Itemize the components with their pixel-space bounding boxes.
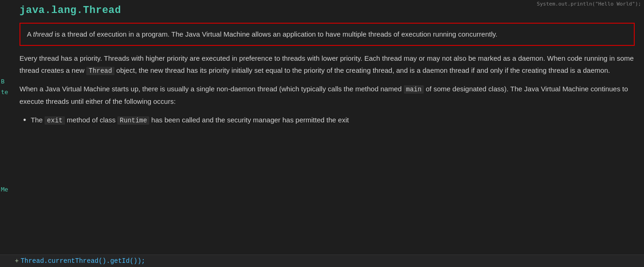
para2-inline-main: main	[404, 85, 424, 94]
paragraph-priority: Every thread has a priority. Threads wit…	[19, 52, 635, 77]
desc-italic-word: thread	[33, 30, 53, 38]
highlighted-description-block: A thread is a thread of execution in a p…	[19, 23, 635, 46]
gutter-label-b: B	[1, 78, 5, 85]
desc-text-before-italic: A	[27, 30, 33, 38]
bullet1-text1: The exit method of class Runtime has bee…	[31, 114, 349, 127]
bottom-bar-code: Thread.currentThread().getId());	[20, 257, 145, 265]
bullet-item-exit: • The exit method of class Runtime has b…	[19, 114, 635, 127]
para2-text1: When a Java Virtual Machine starts up, t…	[19, 85, 404, 93]
para1-text2: object, the new thread has its priority …	[115, 66, 610, 74]
desc-text-after-italic: is a thread of execution in a program. T…	[53, 30, 497, 38]
bullet-dot: •	[23, 114, 26, 127]
content-area: java.lang.Thread A thread is a thread of…	[15, 0, 644, 267]
paragraph-jvm: When a Java Virtual Machine starts up, t…	[19, 83, 635, 108]
class-title: java.lang.Thread	[19, 5, 635, 16]
gutter-label-te: te	[1, 89, 8, 95]
bottom-bar: + Thread.currentThread().getId());	[0, 254, 644, 267]
plus-sign: +	[15, 257, 19, 265]
gutter-label-me: Me	[1, 186, 8, 193]
left-gutter: B te Me	[0, 0, 15, 267]
bullet1-inline-exit: exit	[45, 116, 65, 125]
bullet1-inline-runtime: Runtime	[117, 116, 149, 125]
para1-inline-thread: Thread	[86, 67, 114, 75]
main-container: System.out.println("Hello World"); B te …	[0, 0, 644, 267]
bullet-section: • The exit method of class Runtime has b…	[19, 114, 635, 127]
